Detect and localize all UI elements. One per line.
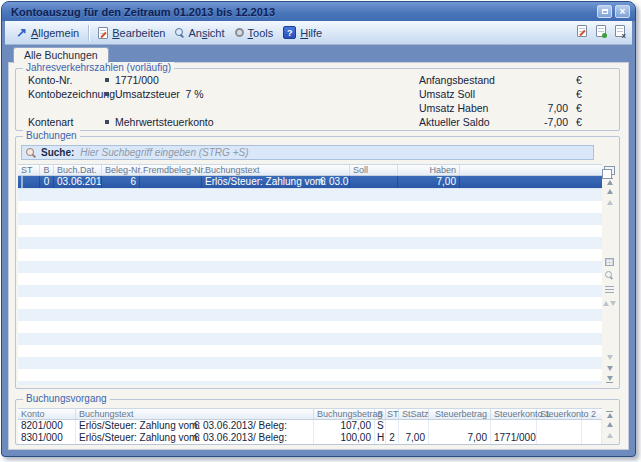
refresh-icon[interactable] xyxy=(596,25,606,37)
field-value: 1771/000 xyxy=(115,74,159,86)
bullet-icon xyxy=(105,78,109,82)
tab-alle-buchungen[interactable]: Alle Buchungen xyxy=(13,47,109,63)
app-window: Kontoauszug für den Zeitraum 01.2013 bis… xyxy=(1,1,636,457)
toolbar-separator xyxy=(88,25,89,41)
cell-steuerkonto1: 1771/000 xyxy=(491,432,537,444)
column-header-belegnr[interactable]: Beleg-Nr. xyxy=(102,165,140,175)
title-bar[interactable]: Kontoauszug für den Zeitraum 01.2013 bis… xyxy=(2,2,635,21)
column-header-soll[interactable]: Soll xyxy=(350,165,398,175)
up-arrow-icon xyxy=(607,422,613,427)
column-chooser-button[interactable] xyxy=(603,164,616,175)
cell-steuerkonto1 xyxy=(491,420,537,432)
page-down-button[interactable] xyxy=(603,352,616,363)
page-up-button[interactable] xyxy=(603,430,616,441)
currency-symbol: € xyxy=(576,74,582,86)
cell-buchungsbetrag: 100,00 xyxy=(314,432,375,444)
column-header-st[interactable]: ST xyxy=(18,165,40,175)
list-view-button[interactable] xyxy=(603,284,616,295)
column-header-fremdbelegnr[interactable]: Fremdbeleg-Nr. xyxy=(140,165,202,175)
page-up-icon xyxy=(607,200,613,205)
cell-fremdbelegnr xyxy=(140,176,202,188)
cell-steuerbetrag xyxy=(429,420,491,432)
menu-bearbeiten[interactable]: Bearbeiten xyxy=(93,25,170,41)
cell-stsatz: 7,00 xyxy=(399,432,429,444)
column-header-b[interactable]: B xyxy=(40,165,54,175)
column-header-buchungsbetrag[interactable]: Buchungsbetrag xyxy=(314,409,375,419)
scroll-up-button[interactable] xyxy=(603,186,616,197)
scroll-to-bottom-button[interactable] xyxy=(603,374,616,385)
search-input[interactable] xyxy=(80,147,589,158)
currency-symbol: € xyxy=(576,102,582,114)
menu-tools-label: Tools xyxy=(248,27,274,39)
gear-icon xyxy=(235,28,244,37)
grid-view-button[interactable] xyxy=(603,256,616,267)
scroll-top-icon xyxy=(607,413,613,418)
restore-button[interactable] xyxy=(597,5,612,18)
list-icon xyxy=(605,286,614,293)
grid-icon xyxy=(605,258,614,266)
column-header-buchdat[interactable]: Buch.Dat. xyxy=(54,165,102,175)
field-value: Umsatzsteuer 7 % xyxy=(115,88,204,100)
menu-hilfe[interactable]: ? Hilfe xyxy=(278,24,327,41)
column-header-st[interactable]: ST xyxy=(386,409,399,419)
search-row-button[interactable] xyxy=(603,270,616,281)
menu-allgemein[interactable]: ↗ Allgemein xyxy=(11,25,84,41)
table-row-selected[interactable]: 0 03.06.2013 6 Erlös/Steuer: Zahlung vom… xyxy=(18,176,602,188)
cell-st xyxy=(386,420,399,432)
scroll-down-button[interactable] xyxy=(603,363,616,374)
field-value: 7,00 xyxy=(476,102,568,114)
field-value: -7,00 xyxy=(476,116,568,128)
column-header-steuerkonto2[interactable]: Steuerkonto 2 xyxy=(537,409,582,419)
bookings-empty-rows[interactable] xyxy=(18,188,602,385)
restore-icon xyxy=(602,9,608,14)
column-header-steuerkonto1[interactable]: Steuerkonto 1 xyxy=(491,409,537,419)
search-bar[interactable]: Suche: xyxy=(21,145,594,160)
search-icon xyxy=(605,271,614,280)
cell-belegnr: 6 xyxy=(102,176,140,188)
column-header-s[interactable]: S xyxy=(375,409,386,419)
table-row[interactable]: 8201/000 Erlös/Steuer: Zahlung vom: 03.0… xyxy=(18,420,602,432)
page-up-button[interactable] xyxy=(603,197,616,208)
edit-icon xyxy=(98,27,108,39)
field-label: Umsatz Soll xyxy=(419,88,475,100)
menu-tools[interactable]: Tools xyxy=(230,25,279,41)
print-icon[interactable] xyxy=(577,25,587,37)
scroll-top-icon xyxy=(607,180,613,185)
cell-buchungstext-text: Erlös/Steuer: Zahlung vom: 03.06.2013/ B… xyxy=(79,432,287,443)
cell-buchungstext-text: Erlös/Steuer: Zahlung vom: 03.06.2013/ B… xyxy=(205,176,350,187)
up-arrow-icon xyxy=(607,189,613,194)
close-icon: × xyxy=(620,7,626,17)
scroll-up-button[interactable] xyxy=(603,419,616,430)
cell-stsatz xyxy=(399,420,429,432)
cell-konto: 8301/000 xyxy=(18,432,76,444)
scroll-to-top-button[interactable] xyxy=(603,408,616,419)
group-jahresverkehrszahlen: Jahresverkehrszahlen (vorläufig) Konto-N… xyxy=(15,68,620,131)
column-header-konto[interactable]: Konto xyxy=(18,409,76,419)
cell-buchdat: 03.06.2013 xyxy=(54,176,102,188)
table-row[interactable]: 8301/000 Erlös/Steuer: Zahlung vom: 03.0… xyxy=(18,432,602,444)
field-value: Mehrwertsteuerkonto xyxy=(115,116,214,128)
menu-ansicht[interactable]: Ansicht xyxy=(170,25,229,41)
export-icon[interactable] xyxy=(615,25,625,37)
bullet-icon xyxy=(105,120,109,124)
column-header-haben[interactable]: Haben xyxy=(398,165,460,175)
cell-steuerkonto2 xyxy=(537,432,582,444)
page-down-icon xyxy=(607,355,613,360)
sort-button[interactable] xyxy=(603,298,616,309)
close-button[interactable]: × xyxy=(615,5,630,18)
currency-symbol: € xyxy=(576,116,582,128)
menu-bearbeiten-label: Bearbeiten xyxy=(112,27,165,39)
column-header-buchungstext[interactable]: Buchungstext xyxy=(202,165,350,175)
field-label: Kontenart xyxy=(28,116,74,128)
cell-konto: 8201/000 xyxy=(18,420,76,432)
transaction-scroll-strip xyxy=(603,408,616,441)
cell-st: 2 xyxy=(386,432,399,444)
cell-buchungstext-beleg: 6 xyxy=(320,176,326,188)
column-header-steuerbetrag[interactable]: Steuerbetrag xyxy=(429,409,491,419)
menu-allgemein-label: Allgemein xyxy=(31,27,79,39)
transaction-table-header: Konto Buchungstext Buchungsbetrag S ST S… xyxy=(18,408,602,420)
column-header-buchungstext[interactable]: Buchungstext xyxy=(76,409,314,419)
cell-b: 0 xyxy=(40,176,54,188)
cell-soll xyxy=(350,176,398,188)
column-header-stsatz[interactable]: StSatz xyxy=(399,409,429,419)
